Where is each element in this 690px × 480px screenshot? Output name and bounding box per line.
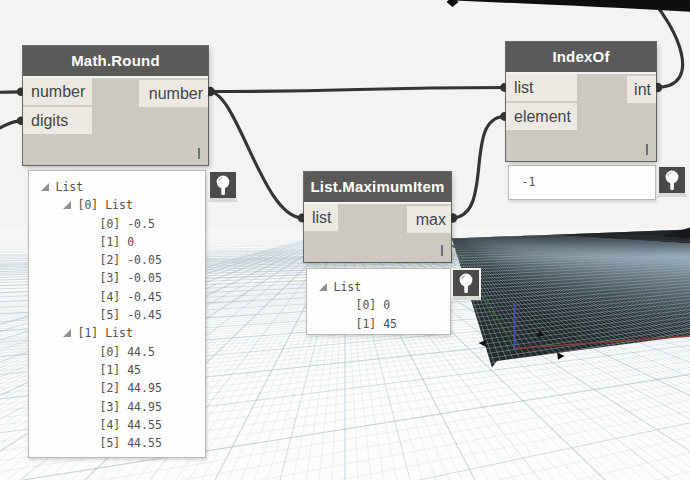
wire-maxitem-to-indexof-element[interactable]: [451, 117, 505, 219]
preview-tree-label: [1] 45: [356, 317, 398, 331]
node-math-round-title[interactable]: Math.Round: [23, 46, 208, 76]
preview-tree-label: [0] List: [78, 198, 133, 212]
port-input-digits[interactable]: digits: [23, 107, 92, 134]
expand-triangle-icon[interactable]: [63, 201, 71, 209]
preview-tree-row: [0] -0.5: [29, 215, 205, 233]
preview-tree-row: [4] -0.45: [29, 288, 205, 306]
preview-tree-row: [0] 0: [307, 296, 450, 314]
preview-tree-row: List: [307, 278, 450, 296]
preview-tree-label: [2] 44.95: [100, 381, 162, 395]
preview-tree-label: [1] 0: [100, 235, 135, 249]
port-output-number[interactable]: number: [139, 80, 208, 107]
pin-preview-button[interactable]: [208, 170, 238, 202]
preview-tree-label: [4] 44.55: [100, 418, 162, 432]
preview-tree-label: [3] 44.95: [100, 400, 162, 414]
pin-preview-button[interactable]: [451, 268, 481, 300]
port-output-max[interactable]: max: [407, 206, 451, 233]
port-input-element[interactable]: element: [506, 103, 577, 130]
lacing-indicator: [198, 148, 200, 159]
preview-tree-row: [2] 44.95: [29, 379, 205, 397]
preview-tree-label: [4] -0.45: [100, 290, 162, 304]
node-list-maximumitem[interactable]: List.MaximumItem list max: [304, 172, 451, 262]
preview-tree-label: [0] 44.5: [100, 345, 155, 359]
pin-preview-button[interactable]: [657, 165, 687, 197]
lacing-indicator: [441, 245, 443, 256]
preview-tree: List[0] List[0] -0.5[1] 0[2] -0.05[3] -0…: [29, 171, 205, 452]
preview-tree-row: [1] 45: [307, 315, 450, 333]
preview-tree-label: [5] 44.55: [100, 436, 162, 450]
preview-tree-row: [0] List: [29, 196, 205, 214]
node-list-maximumitem-body[interactable]: list max: [304, 204, 451, 262]
port-output-int[interactable]: int: [627, 76, 656, 103]
expand-triangle-icon[interactable]: [63, 329, 71, 337]
preview-bubble-list-maximumitem: List[0] 0[1] 45: [306, 268, 451, 335]
port-input-number[interactable]: number: [23, 78, 92, 105]
port-input-list[interactable]: list: [506, 74, 577, 101]
port-input-list[interactable]: list: [304, 204, 338, 231]
preview-tree-row: [1] List: [29, 324, 205, 342]
preview-tree-label: List: [56, 180, 84, 194]
preview-tree-row: [2] -0.05: [29, 251, 205, 269]
preview-tree-row: [4] 44.55: [29, 416, 205, 434]
preview-tree-row: [1] 45: [29, 361, 205, 379]
preview-tree-label: [3] -0.05: [100, 271, 162, 285]
preview-bubble-indexof: -1: [508, 165, 656, 200]
node-math-round-body[interactable]: number digits number: [23, 78, 208, 165]
node-indexof-title[interactable]: IndexOf: [506, 42, 656, 72]
preview-tree-label: [0] 0: [356, 298, 391, 312]
preview-tree-label: [2] -0.05: [100, 253, 162, 267]
preview-tree-label: [1] List: [78, 326, 133, 340]
preview-tree-row: [3] -0.05: [29, 269, 205, 287]
wire-round-to-indexof-list[interactable]: [209, 88, 505, 92]
preview-tree-label: [1] 45: [100, 363, 142, 377]
pin-icon: [210, 172, 236, 198]
preview-tree-row: [5] 44.55: [29, 434, 205, 452]
wire-end-diamond: [447, 0, 459, 7]
preview-tree-label: [0] -0.5: [100, 217, 155, 231]
lacing-indicator: [646, 144, 648, 155]
preview-tree: List[0] 0[1] 45: [307, 269, 450, 333]
dynamo-canvas[interactable]: Math.Round number digits number List.Max…: [0, 0, 690, 480]
preview-tree-label: [5] -0.45: [100, 308, 162, 322]
preview-tree-label: List: [334, 280, 362, 294]
preview-bubble-math-round: List[0] List[0] -0.5[1] 0[2] -0.05[3] -0…: [28, 170, 206, 458]
expand-triangle-icon[interactable]: [41, 183, 49, 191]
expand-triangle-icon[interactable]: [319, 283, 327, 291]
offscreen-geometry-edge: [446, 0, 690, 12]
node-indexof-body[interactable]: list element int: [506, 74, 656, 161]
node-indexof[interactable]: IndexOf list element int: [506, 42, 656, 161]
preview-tree-row: [3] 44.95: [29, 398, 205, 416]
preview-value: -1: [509, 166, 655, 199]
preview-tree-row: [1] 0: [29, 233, 205, 251]
preview-tree-row: List: [29, 178, 205, 196]
pin-icon: [453, 270, 479, 296]
pin-icon: [659, 167, 685, 193]
node-list-maximumitem-title[interactable]: List.MaximumItem: [304, 172, 451, 202]
preview-tree-row: [0] 44.5: [29, 343, 205, 361]
preview-tree-row: [5] -0.45: [29, 306, 205, 324]
node-math-round[interactable]: Math.Round number digits number: [23, 46, 208, 165]
